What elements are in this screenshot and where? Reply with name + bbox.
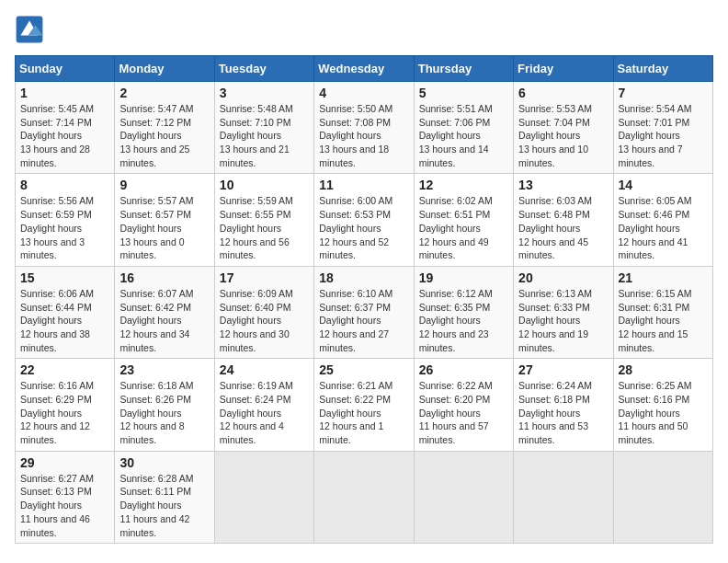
day-info: Sunrise: 5:57 AMSunset: 6:57 PMDaylight … [119, 195, 193, 260]
calendar-cell: 30 Sunrise: 6:28 AMSunset: 6:11 PMDaylig… [115, 451, 214, 543]
weekday-header-saturday: Saturday [613, 56, 712, 82]
day-number: 21 [619, 270, 708, 285]
day-info: Sunrise: 6:24 AMSunset: 6:18 PMDaylight … [518, 380, 592, 445]
calendar-cell [613, 451, 712, 543]
day-info: Sunrise: 5:50 AMSunset: 7:08 PMDaylight … [319, 103, 392, 168]
day-number: 13 [518, 178, 608, 192]
calendar-cell: 9 Sunrise: 5:57 AMSunset: 6:57 PMDayligh… [115, 174, 214, 266]
day-number: 3 [220, 86, 309, 100]
calendar-cell: 15 Sunrise: 6:06 AMSunset: 6:44 PMDaylig… [16, 266, 115, 358]
day-number: 2 [119, 86, 209, 100]
day-info: Sunrise: 6:13 AMSunset: 6:33 PMDaylight … [518, 288, 592, 353]
weekday-header-row: SundayMondayTuesdayWednesdayThursdayFrid… [16, 56, 713, 82]
calendar-cell: 7 Sunrise: 5:54 AMSunset: 7:01 PMDayligh… [613, 82, 712, 174]
calendar-cell: 27 Sunrise: 6:24 AMSunset: 6:18 PMDaylig… [514, 359, 613, 451]
day-number: 1 [20, 86, 109, 100]
day-info: Sunrise: 6:07 AMSunset: 6:42 PMDaylight … [119, 288, 193, 353]
day-info: Sunrise: 6:10 AMSunset: 6:37 PMDaylight … [319, 288, 392, 353]
day-info: Sunrise: 6:22 AMSunset: 6:20 PMDaylight … [419, 380, 493, 445]
day-number: 12 [419, 178, 508, 192]
calendar-cell [514, 451, 613, 543]
weekday-header-thursday: Thursday [414, 56, 513, 82]
day-info: Sunrise: 6:16 AMSunset: 6:29 PMDaylight … [20, 380, 94, 445]
calendar-cell: 8 Sunrise: 5:56 AMSunset: 6:59 PMDayligh… [16, 174, 115, 266]
calendar-cell: 22 Sunrise: 6:16 AMSunset: 6:29 PMDaylig… [16, 359, 115, 451]
calendar-cell: 17 Sunrise: 6:09 AMSunset: 6:40 PMDaylig… [214, 266, 313, 358]
day-number: 17 [220, 270, 309, 285]
calendar-cell: 3 Sunrise: 5:48 AMSunset: 7:10 PMDayligh… [214, 82, 313, 174]
day-number: 16 [119, 270, 209, 285]
weekday-header-sunday: Sunday [16, 56, 115, 82]
day-info: Sunrise: 6:05 AMSunset: 6:46 PMDaylight … [619, 195, 692, 260]
day-info: Sunrise: 5:53 AMSunset: 7:04 PMDaylight … [518, 103, 592, 168]
day-info: Sunrise: 5:51 AMSunset: 7:06 PMDaylight … [419, 103, 493, 168]
day-info: Sunrise: 5:54 AMSunset: 7:01 PMDaylight … [619, 103, 692, 168]
day-number: 11 [319, 178, 408, 192]
calendar-cell: 1 Sunrise: 5:45 AMSunset: 7:14 PMDayligh… [16, 82, 115, 174]
day-info: Sunrise: 6:12 AMSunset: 6:35 PMDaylight … [419, 288, 493, 353]
header [15, 15, 713, 44]
day-number: 6 [518, 86, 608, 100]
day-number: 4 [319, 86, 408, 100]
day-info: Sunrise: 5:48 AMSunset: 7:10 PMDaylight … [220, 103, 293, 168]
calendar-cell: 11 Sunrise: 6:00 AMSunset: 6:53 PMDaylig… [314, 174, 414, 266]
calendar-week-3: 15 Sunrise: 6:06 AMSunset: 6:44 PMDaylig… [16, 266, 713, 358]
day-number: 22 [20, 362, 109, 377]
logo [15, 15, 48, 44]
day-number: 25 [319, 362, 408, 377]
calendar-cell: 25 Sunrise: 6:21 AMSunset: 6:22 PMDaylig… [314, 359, 414, 451]
day-info: Sunrise: 5:59 AMSunset: 6:55 PMDaylight … [220, 195, 293, 260]
calendar: SundayMondayTuesdayWednesdayThursdayFrid… [15, 55, 713, 544]
day-info: Sunrise: 6:25 AMSunset: 6:16 PMDaylight … [619, 380, 692, 445]
calendar-cell: 19 Sunrise: 6:12 AMSunset: 6:35 PMDaylig… [414, 266, 513, 358]
day-info: Sunrise: 6:28 AMSunset: 6:11 PMDaylight … [119, 473, 193, 538]
day-number: 8 [20, 178, 109, 192]
calendar-cell [414, 451, 513, 543]
day-info: Sunrise: 5:45 AMSunset: 7:14 PMDaylight … [20, 103, 94, 168]
day-info: Sunrise: 6:06 AMSunset: 6:44 PMDaylight … [20, 288, 94, 353]
calendar-cell: 18 Sunrise: 6:10 AMSunset: 6:37 PMDaylig… [314, 266, 414, 358]
calendar-cell: 23 Sunrise: 6:18 AMSunset: 6:26 PMDaylig… [115, 359, 214, 451]
calendar-cell: 24 Sunrise: 6:19 AMSunset: 6:24 PMDaylig… [214, 359, 313, 451]
calendar-cell [214, 451, 313, 543]
day-number: 10 [220, 178, 309, 192]
calendar-cell: 16 Sunrise: 6:07 AMSunset: 6:42 PMDaylig… [115, 266, 214, 358]
day-number: 7 [619, 86, 708, 100]
day-info: Sunrise: 5:56 AMSunset: 6:59 PMDaylight … [20, 195, 94, 260]
calendar-week-4: 22 Sunrise: 6:16 AMSunset: 6:29 PMDaylig… [16, 359, 713, 451]
calendar-cell [314, 451, 414, 543]
calendar-cell: 4 Sunrise: 5:50 AMSunset: 7:08 PMDayligh… [314, 82, 414, 174]
calendar-cell: 12 Sunrise: 6:02 AMSunset: 6:51 PMDaylig… [414, 174, 513, 266]
day-number: 26 [419, 362, 508, 377]
calendar-cell: 10 Sunrise: 5:59 AMSunset: 6:55 PMDaylig… [214, 174, 313, 266]
day-number: 24 [220, 362, 309, 377]
day-info: Sunrise: 6:15 AMSunset: 6:31 PMDaylight … [619, 288, 692, 353]
weekday-header-tuesday: Tuesday [214, 56, 313, 82]
day-info: Sunrise: 5:47 AMSunset: 7:12 PMDaylight … [119, 103, 193, 168]
calendar-week-5: 29 Sunrise: 6:27 AMSunset: 6:13 PMDaylig… [16, 451, 713, 543]
calendar-cell: 5 Sunrise: 5:51 AMSunset: 7:06 PMDayligh… [414, 82, 513, 174]
day-number: 18 [319, 270, 408, 285]
calendar-cell: 28 Sunrise: 6:25 AMSunset: 6:16 PMDaylig… [613, 359, 712, 451]
day-number: 14 [619, 178, 708, 192]
weekday-header-monday: Monday [115, 56, 214, 82]
day-number: 29 [20, 455, 109, 470]
calendar-cell: 20 Sunrise: 6:13 AMSunset: 6:33 PMDaylig… [514, 266, 613, 358]
calendar-cell: 2 Sunrise: 5:47 AMSunset: 7:12 PMDayligh… [115, 82, 214, 174]
day-number: 27 [518, 362, 608, 377]
calendar-cell: 13 Sunrise: 6:03 AMSunset: 6:48 PMDaylig… [514, 174, 613, 266]
calendar-cell: 26 Sunrise: 6:22 AMSunset: 6:20 PMDaylig… [414, 359, 513, 451]
day-info: Sunrise: 6:09 AMSunset: 6:40 PMDaylight … [220, 288, 293, 353]
day-info: Sunrise: 6:02 AMSunset: 6:51 PMDaylight … [419, 195, 493, 260]
weekday-header-friday: Friday [514, 56, 613, 82]
logo-icon [15, 15, 44, 44]
day-info: Sunrise: 6:18 AMSunset: 6:26 PMDaylight … [119, 380, 193, 445]
day-number: 30 [119, 455, 209, 470]
calendar-cell: 29 Sunrise: 6:27 AMSunset: 6:13 PMDaylig… [16, 451, 115, 543]
day-number: 9 [119, 178, 209, 192]
day-number: 19 [419, 270, 508, 285]
day-info: Sunrise: 6:21 AMSunset: 6:22 PMDaylight … [319, 380, 392, 445]
day-number: 28 [619, 362, 708, 377]
calendar-cell: 6 Sunrise: 5:53 AMSunset: 7:04 PMDayligh… [514, 82, 613, 174]
day-info: Sunrise: 6:19 AMSunset: 6:24 PMDaylight … [220, 380, 293, 445]
